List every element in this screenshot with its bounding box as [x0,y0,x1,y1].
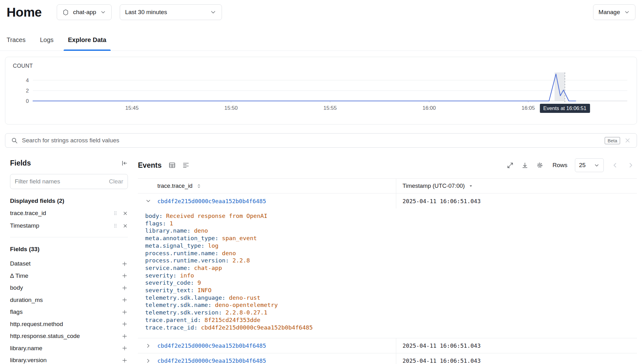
displayed-field-row[interactable]: Timestamp [10,219,128,232]
remove-field-icon[interactable] [123,211,128,216]
events-title: Events [138,161,161,170]
detail-line: telemetry.sdk.version2.2.8-0.27.1 [145,309,629,316]
events-table-header: trace.trace_id Timestamp (UTC-07:00) [138,178,637,193]
dataset-selector-label: chat-app [73,9,96,16]
clear-filter-button[interactable]: Clear [109,178,123,185]
detail-line: severityinfo [145,272,629,279]
settings-button[interactable] [536,161,544,169]
add-field-icon[interactable] [121,297,128,303]
tab-traces[interactable]: Traces [2,31,30,50]
add-field-icon[interactable] [121,333,128,340]
field-row[interactable]: Δ Time [10,270,128,282]
tab-explore-data[interactable]: Explore Data [64,31,111,50]
detail-line: trace.trace_idcbd4f2e215d0000c9eaa152b0b… [145,324,629,331]
sort-icon[interactable] [196,183,202,189]
events-count-chart[interactable]: 42015:4515:5015:5516:0016:05 Events at 1… [13,71,629,122]
detail-key: severity [145,272,180,279]
add-field-icon[interactable] [121,321,128,327]
events-toolbar: Events [138,158,637,177]
caret-down-icon[interactable] [468,183,473,188]
field-name: library.name [10,345,121,352]
field-row[interactable]: body [10,282,128,294]
field-row[interactable]: library.version [10,354,128,364]
search-input[interactable] [22,137,601,144]
field-name: http.request.method [10,321,121,328]
rows-per-page-select[interactable]: 25 [575,158,604,172]
table-view-button[interactable] [168,161,176,169]
drag-handle-icon[interactable] [113,210,118,216]
chart-canvas[interactable]: 42015:4515:5015:5516:0016:05 [13,71,629,122]
search-clear-icon[interactable] [624,137,631,144]
trace-id-link[interactable]: cbd4f2e215d0000c9eaa152b0b4f6485 [157,342,266,349]
detail-value: 1 [170,220,173,227]
tab-logs[interactable]: Logs [35,31,58,50]
displayed-field-row[interactable]: trace.trace_id [10,207,128,219]
field-row[interactable]: duration_ms [10,294,128,306]
add-field-icon[interactable] [121,345,128,351]
column-header-trace-id[interactable]: trace.trace_id [157,182,192,189]
rows-per-page-value: 25 [579,162,586,169]
detail-line: telemetry.sdk.languagedeno-rust [145,294,629,302]
expand-row-button[interactable] [145,343,151,349]
chevron-down-icon [624,9,630,15]
trace-id-link[interactable]: cbd4f2e215d0000c9eaa152b0b4f6485 [157,198,266,204]
next-page-button[interactable] [627,161,634,169]
field-row[interactable]: library.name [10,342,128,355]
displayed-fields-header: Displayed fields (2) [10,198,128,204]
time-range-selector[interactable]: Last 30 minutes [120,4,222,20]
expand-row-button[interactable] [145,358,151,364]
prev-page-button[interactable] [611,161,619,169]
detail-value: info [180,272,194,279]
gear-icon [536,161,544,169]
field-row[interactable]: Dataset [10,258,128,270]
timestamp-value: 2025-04-11 16:06:51.043 [403,357,481,364]
app-header: Home chat-app Last 30 minutes Manage [0,0,642,22]
trace-id-link[interactable]: cbd4f2e215d0000c9eaa152b0b4f6485 [157,357,266,364]
chevron-right-icon [145,358,151,364]
svg-text:4: 4 [26,77,29,83]
add-field-icon[interactable] [121,261,128,267]
expand-table-button[interactable] [507,162,514,169]
add-field-icon[interactable] [121,285,128,291]
remove-field-icon[interactable] [123,223,128,229]
drag-handle-icon[interactable] [113,223,118,229]
svg-text:15:55: 15:55 [324,105,337,111]
detail-value: span_event [222,235,257,241]
list-view-button[interactable] [182,161,190,169]
detail-value: 8f215cd24f353dde [204,317,260,323]
dataset-selector[interactable]: chat-app [57,4,112,20]
hexagon-icon [62,9,69,16]
add-field-icon[interactable] [121,309,128,315]
detail-key: telemetry.sdk.name [145,302,215,308]
detail-key: meta.signal_type [145,242,208,249]
global-search: Beta [5,133,637,148]
search-icon [11,137,18,144]
list-view-icon [182,161,190,169]
field-row[interactable]: flags [10,306,128,318]
field-name: Timestamp [10,222,108,229]
collapse-fields-panel-button[interactable] [121,160,128,167]
event-row[interactable]: cbd4f2e215d0000c9eaa152b0b4f6485 2025-04… [138,193,637,208]
event-row[interactable]: cbd4f2e215d0000c9eaa152b0b4f6485 2025-04… [138,353,637,364]
events-panel: Events [138,158,637,364]
download-button[interactable] [521,162,529,169]
detail-line: library.namedeno [145,227,629,235]
column-header-timestamp[interactable]: Timestamp (UTC-07:00) [403,182,465,189]
field-name: Dataset [10,260,121,267]
detail-value: 2.2.8 [232,257,250,264]
field-row[interactable]: http.response.status_code [10,330,128,342]
beta-badge: Beta [605,137,620,144]
manage-button[interactable]: Manage [593,4,635,20]
download-icon [521,162,529,169]
field-filter-input[interactable] [15,178,106,185]
add-field-icon[interactable] [121,357,128,364]
event-row[interactable]: cbd4f2e215d0000c9eaa152b0b4f6485 2025-04… [138,338,637,353]
main-content: Fields Clear Displayed fields (2) trace.… [0,148,642,364]
collapse-row-button[interactable] [145,198,151,204]
add-field-icon[interactable] [121,272,128,279]
field-row[interactable]: http.request.method [10,318,128,330]
detail-value: cbd4f2e215d0000c9eaa152b0b4f6485 [201,324,313,331]
chart-tooltip: Events at 16:06:51 [540,104,590,113]
timestamp-value: 2025-04-11 16:06:51.043 [403,198,481,204]
field-name: flags [10,309,121,315]
